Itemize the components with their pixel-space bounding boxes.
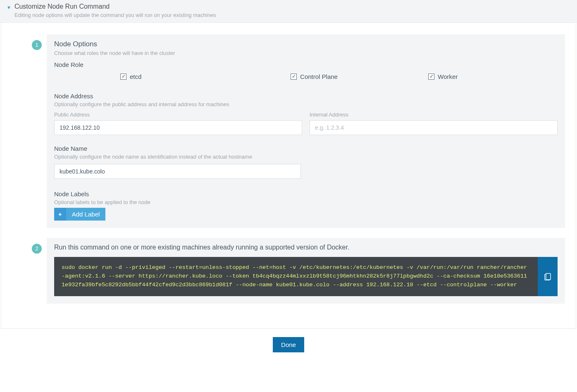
step-badge-1: 1: [32, 40, 42, 50]
step-badge-2: 2: [32, 244, 42, 254]
checkbox-control-plane-label: Control Plane: [300, 73, 338, 80]
node-labels-subtitle: Optional labels to be applied to the nod…: [54, 199, 558, 205]
run-instruction: Run this command on one or more existing…: [54, 244, 558, 251]
node-name-subtitle: Optionally configure the node name as id…: [54, 154, 558, 160]
add-label-text: Add Label: [66, 208, 106, 221]
checkbox-worker[interactable]: ✓ Worker: [428, 73, 458, 80]
command-output[interactable]: sudo docker run -d --privileged --restar…: [54, 257, 538, 296]
copy-button[interactable]: [538, 257, 558, 296]
node-address-label: Node Address: [54, 93, 558, 100]
checkbox-worker-label: Worker: [438, 73, 458, 80]
node-role-row: ✓ etcd ✓ Control Plane ✓ Worker: [54, 68, 558, 88]
node-options-title: Node Options: [54, 40, 558, 48]
step-run-command: 2 Run this command on one or more existi…: [32, 238, 565, 304]
node-role-label: Node Role: [54, 61, 558, 68]
checkbox-etcd-label: etcd: [130, 73, 141, 80]
add-label-button[interactable]: + Add Label: [54, 208, 105, 221]
check-icon: ✓: [120, 74, 126, 80]
public-address-input[interactable]: [54, 120, 302, 135]
checkbox-etcd[interactable]: ✓ etcd: [120, 73, 141, 80]
check-icon: ✓: [428, 74, 434, 80]
step-node-options: 1 Node Options Choose what roles the nod…: [32, 34, 565, 228]
public-address-label: Public Address: [54, 112, 302, 118]
header-title: Customize Node Run Command: [14, 2, 216, 11]
plus-icon: +: [54, 208, 66, 221]
internal-address-input[interactable]: [310, 120, 558, 135]
node-name-label: Node Name: [54, 145, 558, 152]
clipboard-icon: [544, 272, 551, 280]
chevron-down-icon[interactable]: ▼: [7, 5, 11, 10]
node-options-subtitle: Choose what roles the node will have in …: [54, 50, 558, 56]
done-button[interactable]: Done: [273, 337, 304, 352]
footer: Done: [0, 329, 577, 364]
check-icon: ✓: [291, 74, 297, 80]
node-name-input[interactable]: [54, 164, 301, 179]
svg-rect-0: [546, 273, 551, 280]
node-labels-label: Node Labels: [54, 190, 558, 197]
checkbox-control-plane[interactable]: ✓ Control Plane: [291, 73, 338, 80]
header-bar: ▼ Customize Node Run Command Editing nod…: [0, 0, 577, 23]
node-address-subtitle: Optionally configure the public address …: [54, 101, 558, 107]
header-subtitle: Editing node options will update the com…: [14, 12, 216, 18]
internal-address-label: Internal Address: [310, 112, 558, 118]
